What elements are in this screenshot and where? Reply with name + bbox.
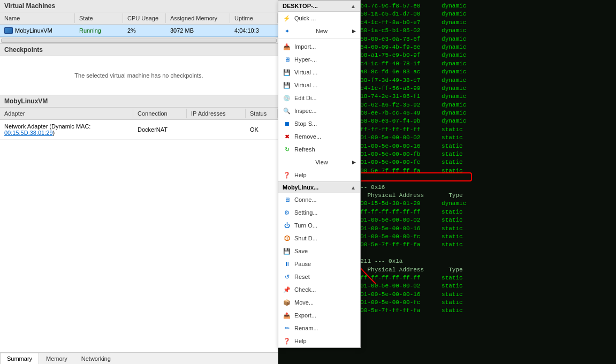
menu-hyper[interactable]: 🖥 Hyper-...: [278, 53, 360, 66]
scroll-track[interactable]: [1, 39, 277, 43]
menu-help-top[interactable]: ❓ Help: [278, 169, 360, 181]
menu-checkpoint[interactable]: 📌 Check...: [278, 283, 360, 296]
vm-cpu-cell: 2%: [123, 26, 166, 35]
col-state: State: [75, 13, 123, 23]
menu-pause[interactable]: ⏸ Pause: [278, 257, 360, 270]
menu-sub-header: MobyLinux... ▲: [278, 181, 360, 193]
menu-remove-label: Remove...: [294, 133, 321, 140]
network-table-header: Adapter Connection IP Addresses Status: [0, 108, 278, 120]
menu-connect[interactable]: 🖥 Conne...: [278, 193, 360, 206]
menu-divider-1: [278, 39, 360, 39]
remove-icon: ✖: [283, 132, 291, 141]
menu-editdisk-label: Edit Di...: [294, 95, 317, 101]
vm-details-section: MobyLinuxVM Adapter Connection IP Addres…: [0, 95, 278, 352]
menu-shutdown[interactable]: ⏼ Shut D...: [278, 232, 360, 245]
turnoff-icon: ⏻: [283, 221, 291, 230]
menu-reset-label: Reset: [294, 274, 310, 280]
col-name: Name: [0, 13, 75, 23]
menu-new-label: New: [316, 28, 328, 34]
menu-move[interactable]: 📦 Move...: [278, 296, 360, 309]
menu-refresh-label: Refresh: [294, 146, 315, 153]
menu-save-label: Save: [294, 248, 308, 254]
menu-export-label: Export...: [294, 312, 316, 318]
view-chevron: ▶: [352, 160, 356, 165]
left-panel: Virtual Machines Name State CPU Usage As…: [0, 0, 278, 364]
menu-help-top-label: Help: [294, 172, 307, 178]
net-adapter-cell: Network Adapter (Dynamic MAC: 00:15:5D:3…: [0, 122, 133, 138]
menu-stops[interactable]: ⏹ Stop S...: [278, 117, 360, 130]
save-icon: 💾: [283, 247, 291, 255]
col-cpu: CPU Usage: [123, 13, 166, 23]
reset-icon: ↺: [283, 272, 291, 281]
menu-help-sub[interactable]: ❓ Help: [278, 335, 360, 347]
menu-export[interactable]: 📤 Export...: [278, 309, 360, 322]
menu-sub-header-title: MobyLinux...: [283, 184, 318, 191]
menu-connect-label: Conne...: [294, 196, 317, 203]
vm-manager-header: Virtual Machines: [0, 0, 278, 12]
stops-icon: ⏹: [283, 119, 291, 128]
menu-import[interactable]: 📥 Import...: [278, 40, 360, 53]
bottom-tabs: Summary Memory Networking: [0, 352, 278, 364]
network-row[interactable]: Network Adapter (Dynamic MAC: 00:15:5D:3…: [0, 120, 278, 140]
help-sub-icon: ❓: [283, 337, 291, 345]
move-icon: 📦: [283, 298, 291, 307]
connect-icon: 🖥: [283, 195, 291, 204]
checkpoints-header: Checkpoints: [0, 44, 278, 56]
menu-stops-label: Stop S...: [294, 120, 317, 127]
menu-turnoff-label: Turn O...: [294, 222, 317, 229]
menu-virtual1-label: Virtual ...: [294, 69, 317, 75]
menu-checkpoint-label: Check...: [294, 286, 316, 293]
quick-icon: ⚡: [283, 14, 291, 22]
net-col-adapter: Adapter: [0, 109, 133, 118]
menu-move-label: Move...: [294, 299, 314, 306]
menu-remove[interactable]: ✖ Remove...: [278, 130, 360, 143]
menu-save[interactable]: 💾 Save: [278, 245, 360, 257]
menu-new[interactable]: ✦ New ▶: [278, 25, 360, 37]
menu-view[interactable]: View ▶: [278, 156, 360, 169]
checkpoints-section: Checkpoints The selected virtual machine…: [0, 44, 278, 95]
help-top-icon: ❓: [283, 171, 291, 179]
vm-state-cell: Running: [75, 26, 123, 35]
menu-virtual1[interactable]: 💾 Virtual ...: [278, 66, 360, 79]
checkpoints-message: The selected virtual machine has no chec…: [74, 72, 203, 79]
vm-table: Name State CPU Usage Assigned Memory Upt…: [0, 12, 278, 37]
virtual2-icon: 💾: [283, 81, 291, 89]
menu-reset[interactable]: ↺ Reset: [278, 270, 360, 283]
scroll-area[interactable]: [0, 37, 278, 44]
menu-inspect[interactable]: 🔍 Inspec...: [278, 104, 360, 117]
menu-refresh[interactable]: ↻ Refresh: [278, 143, 360, 156]
menu-settings[interactable]: ⚙ Setting...: [278, 206, 360, 219]
menu-import-label: Import...: [294, 43, 316, 50]
vm-manager-title: Virtual Machines: [4, 2, 55, 10]
tab-summary[interactable]: Summary: [0, 353, 39, 364]
tab-networking[interactable]: Networking: [74, 353, 118, 364]
menu-header: DESKTOP-... ▲: [278, 1, 360, 12]
vm-name: MobyLinuxVM: [15, 27, 52, 34]
menu-turnoff[interactable]: ⏻ Turn O...: [278, 219, 360, 232]
col-memory: Assigned Memory: [166, 13, 230, 23]
menu-editdisk[interactable]: 💿 Edit Di...: [278, 92, 360, 104]
net-status-cell: OK: [246, 125, 278, 134]
tab-memory[interactable]: Memory: [39, 353, 74, 364]
menu-scroll-sub[interactable]: ▲: [351, 185, 356, 191]
menu-rename-label: Renam...: [294, 325, 318, 331]
menu-rename[interactable]: ✏ Renam...: [278, 322, 360, 335]
mac-address[interactable]: 00:15:5D:38:01:29: [4, 130, 53, 136]
import-icon: 📥: [283, 42, 291, 51]
pause-icon: ⏸: [283, 260, 291, 268]
menu-view-label: View: [315, 159, 328, 165]
menu-scroll-up[interactable]: ▲: [351, 3, 356, 9]
menu-quick[interactable]: ⚡ Quick ...: [278, 12, 360, 25]
context-menu: DESKTOP-... ▲ ⚡ Quick ... ✦ New ▶ 📥 Impo…: [278, 0, 361, 348]
vm-uptime-cell: 4:04:10:3: [230, 26, 278, 35]
menu-shutdown-label: Shut D...: [294, 235, 317, 241]
export-icon: 📤: [283, 311, 291, 320]
settings-icon: ⚙: [283, 208, 291, 217]
checkpoint-icon: 📌: [283, 285, 291, 294]
new-chevron: ▶: [352, 28, 356, 34]
col-uptime: Uptime: [230, 13, 278, 23]
menu-virtual2[interactable]: 💾 Virtual ...: [278, 79, 360, 92]
vm-row[interactable]: MobyLinuxVM Running 2% 3072 MB 4:04:10:3: [0, 25, 278, 37]
new-icon: ✦: [283, 27, 291, 35]
menu-header-title: DESKTOP-...: [283, 3, 318, 9]
